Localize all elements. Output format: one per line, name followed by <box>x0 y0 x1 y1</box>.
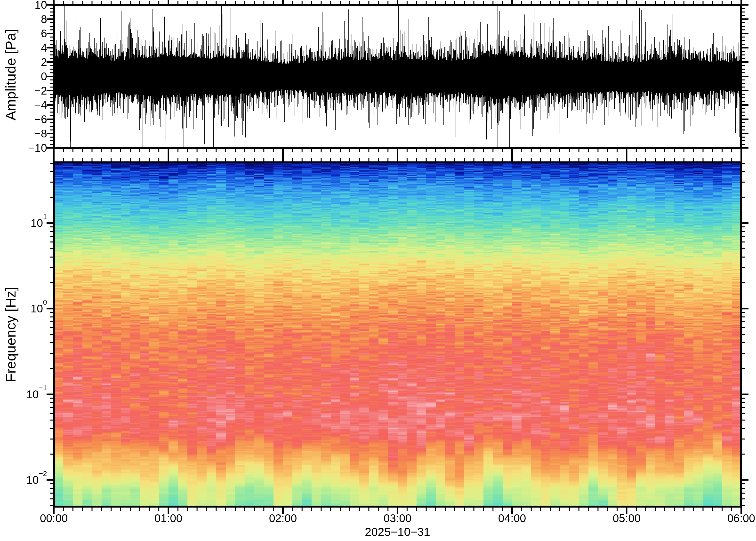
amplitude-axis-title: Amplitude [Pa] <box>3 0 18 173</box>
time-tick-label: 02:00 <box>247 512 319 525</box>
frequency-tick-label: 10−2 <box>0 471 47 488</box>
frequency-axis-title: Frequency [Hz] <box>3 236 18 433</box>
time-tick-label: 06:00 <box>705 512 756 525</box>
axes-frame-ticks-overlay <box>0 0 756 541</box>
frequency-tick-label: 101 <box>0 215 47 232</box>
infrasound-waveform-spectrogram-figure: 1086420−2−4−6−8−10 10110010−110−2 00:000… <box>0 0 756 541</box>
time-tick-label: 00:00 <box>17 512 90 525</box>
time-tick-label: 04:00 <box>476 512 548 525</box>
x-axis-date-label: 2025−10−31 <box>325 525 470 539</box>
time-tick-label: 05:00 <box>590 512 663 525</box>
time-tick-label: 01:00 <box>132 512 205 525</box>
time-tick-label: 03:00 <box>361 512 434 525</box>
